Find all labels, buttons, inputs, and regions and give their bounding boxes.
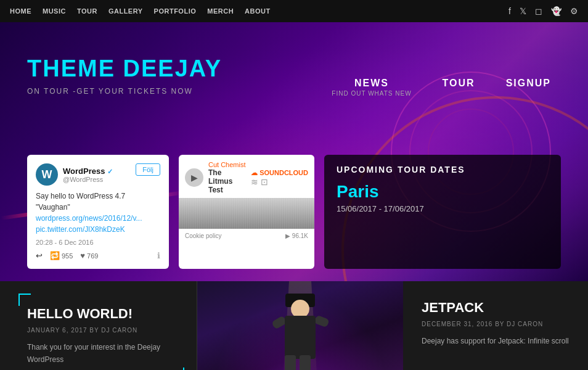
- soundcloud-icons: ≋ ⊡: [251, 177, 308, 187]
- tour-card: UPCOMING TOUR DATES Paris 15/06/2017 - 1…: [324, 155, 561, 269]
- soundcloud-track: The Litmus Test: [208, 168, 246, 194]
- hero-nav-signup[interactable]: SIGNUP: [506, 78, 551, 89]
- blog-jetpack-excerpt: Deejay has support for Jetpack: Infinite…: [422, 335, 570, 347]
- soundcloud-play-button[interactable]: ▶: [185, 168, 203, 187]
- twitter-handle: @WordPress: [63, 176, 113, 183]
- retweet-stat: 🔁 955: [50, 251, 73, 260]
- nav-links: HOME MUSIC TOUR GALLERY PORTFOLIO MERCH …: [10, 7, 271, 15]
- twitter-link-1[interactable]: wordpress.org/news/2016/12/v...: [36, 214, 142, 223]
- retweet-icon: 🔁: [50, 251, 60, 260]
- blog-jetpack-meta: DECEMBER 31, 2016 BY DJ CARON: [422, 321, 570, 327]
- waveform-icon: ≋: [251, 177, 258, 187]
- hero-title: THEME DEEJAY: [27, 56, 222, 82]
- instagram-icon[interactable]: ◻: [535, 6, 542, 16]
- corner-decoration-tl: [18, 294, 31, 306]
- twitter-header: W WordPress ✓ @WordPress Följ: [36, 163, 160, 186]
- heart-icon: ♥: [80, 251, 85, 260]
- twitter-name: WordPress ✓: [63, 166, 113, 176]
- soundcloud-right: ☁ SOUNDCLOUD ≋ ⊡: [251, 169, 308, 187]
- twitter-stats: ↩ 🔁 955 ♥ 769: [36, 251, 98, 260]
- person-leg-right: [300, 355, 311, 370]
- hero-nav-news[interactable]: NEWS FIND OUT WHATS NEW: [332, 78, 411, 97]
- blog-jetpack: JETPACK DECEMBER 31, 2016 BY DJ CARON De…: [403, 281, 588, 370]
- verified-badge: ✓: [107, 168, 113, 175]
- twitter-actions: ↩ 🔁 955 ♥ 769 ℹ: [36, 251, 160, 260]
- person-legs: [285, 355, 311, 370]
- tour-dates: 15/06/2017 - 17/06/2017: [337, 204, 549, 213]
- twitter-time: 20:28 - 6 Dec 2016: [36, 239, 160, 246]
- twitter-user: W WordPress ✓ @WordPress: [36, 163, 113, 186]
- wordpress-logo: W: [36, 163, 58, 186]
- concert-image: [197, 281, 403, 370]
- person-body: [285, 316, 316, 359]
- corner-decoration-br: [172, 368, 184, 370]
- like-stat: ♥ 769: [80, 251, 98, 260]
- hero-section: THEME DEEJAY ON TOUR -GET YOUR TICKETS N…: [0, 22, 588, 281]
- reply-icon[interactable]: ↩: [36, 251, 43, 260]
- soundcloud-footer: Cookie policy ▶ 96.1K: [179, 229, 314, 243]
- soundcloud-info: Cut Chemist The Litmus Test: [208, 161, 246, 194]
- blog-hello-meta: JANUARY 6, 2017 BY DJ CARON: [27, 327, 178, 334]
- blog-hello-world: HELLO WORLD! JANUARY 6, 2017 BY DJ CARON…: [0, 281, 197, 370]
- settings-icon[interactable]: ⚙: [570, 6, 578, 16]
- tour-card-title: UPCOMING TOUR DATES: [337, 165, 549, 175]
- soundcloud-header: ▶ Cut Chemist The Litmus Test ☁ SOUNDCLO…: [179, 155, 314, 198]
- blog-jetpack-title: JETPACK: [422, 300, 570, 316]
- play-count: ▶ 96.1K: [285, 232, 308, 239]
- cookie-policy-link[interactable]: Cookie policy: [185, 232, 221, 239]
- navbar: HOME MUSIC TOUR GALLERY PORTFOLIO MERCH …: [0, 0, 588, 22]
- twitter-text: Say hello to WordPress 4.7 "Vaughan" wor…: [36, 191, 160, 235]
- concert-figure: [263, 294, 337, 370]
- twitter-card: W WordPress ✓ @WordPress Följ Say hello …: [27, 155, 169, 269]
- nav-tour[interactable]: TOUR: [77, 7, 97, 15]
- tour-city: Paris: [337, 182, 549, 202]
- twitter-user-info: WordPress ✓ @WordPress: [63, 166, 113, 183]
- bottom-section: HELLO WORLD! JANUARY 6, 2017 BY DJ CARON…: [0, 281, 588, 370]
- nav-gallery[interactable]: GALLERY: [108, 7, 143, 15]
- nav-music[interactable]: MUSIC: [43, 7, 66, 15]
- cards-row: W WordPress ✓ @WordPress Följ Say hello …: [27, 155, 561, 269]
- hero-content: THEME DEEJAY ON TOUR -GET YOUR TICKETS N…: [27, 56, 222, 96]
- person-leg-left: [285, 355, 296, 370]
- blog-hello-title: HELLO WORLD!: [27, 306, 178, 322]
- snapchat-icon[interactable]: 👻: [551, 6, 561, 16]
- blog-hello-excerpt: Thank you for your interest in the Deeja…: [27, 341, 178, 366]
- follow-button[interactable]: Följ: [136, 163, 160, 176]
- nav-social: f 𝕏 ◻ 👻 ⚙: [508, 6, 578, 16]
- nav-home[interactable]: HOME: [10, 7, 31, 15]
- twitter-icon[interactable]: 𝕏: [520, 6, 526, 16]
- hero-navigation: NEWS FIND OUT WHATS NEW TOUR SIGNUP: [332, 78, 551, 97]
- soundcloud-waveform[interactable]: [179, 198, 314, 229]
- soundcloud-card: ▶ Cut Chemist The Litmus Test ☁ SOUNDCLO…: [179, 155, 314, 269]
- nav-about[interactable]: ABOUT: [245, 7, 271, 15]
- facebook-icon[interactable]: f: [508, 6, 511, 16]
- soundcloud-artist: Cut Chemist: [208, 161, 246, 168]
- share-icon[interactable]: ⊡: [261, 177, 268, 187]
- twitter-info-icon[interactable]: ℹ: [157, 251, 160, 260]
- hero-nav-tour[interactable]: TOUR: [443, 78, 475, 89]
- soundcloud-logo: ☁ SOUNDCLOUD: [251, 169, 308, 177]
- nav-portfolio[interactable]: PORTFOLIO: [154, 7, 197, 15]
- nav-merch[interactable]: MERCH: [207, 7, 234, 15]
- person-arm-right: [314, 315, 329, 328]
- waveform-visual: [179, 198, 314, 229]
- twitter-link-2[interactable]: pic.twitter.com/JlX8hkDzeK: [36, 225, 125, 234]
- hero-subtitle: ON TOUR -GET YOUR TICKETS NOW: [27, 87, 222, 96]
